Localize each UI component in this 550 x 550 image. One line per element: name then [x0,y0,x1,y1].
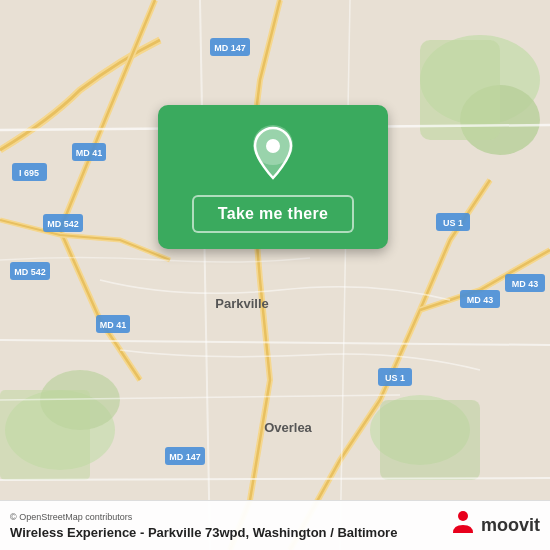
svg-point-40 [266,139,280,153]
svg-text:MD 43: MD 43 [467,295,494,305]
bottom-info: © OpenStreetMap contributors Wireless Ex… [10,512,449,540]
svg-text:MD 147: MD 147 [214,43,246,53]
moovit-text: moovit [481,515,540,536]
svg-rect-8 [380,400,480,480]
svg-text:Parkville: Parkville [215,296,269,311]
map-container: I 695 MD 41 MD 41 MD 542 MD 542 MD 147 M… [0,0,550,550]
svg-text:MD 41: MD 41 [100,320,127,330]
svg-text:Overlea: Overlea [264,420,312,435]
moovit-icon [449,509,477,542]
svg-text:MD 542: MD 542 [47,219,79,229]
svg-text:MD 542: MD 542 [14,267,46,277]
map-background: I 695 MD 41 MD 41 MD 542 MD 542 MD 147 M… [0,0,550,550]
moovit-logo: moovit [449,509,540,542]
svg-text:MD 41: MD 41 [76,148,103,158]
svg-text:MD 43: MD 43 [512,279,539,289]
location-title: Wireless Experience - Parkville 73wpd, W… [10,525,449,540]
location-card: Take me there [158,105,388,249]
map-attribution: © OpenStreetMap contributors [10,512,449,522]
pin-icon [248,123,298,183]
svg-text:MD 147: MD 147 [169,452,201,462]
svg-text:I 695: I 695 [19,168,39,178]
svg-point-41 [458,511,468,521]
moovit-person-icon [449,509,477,537]
svg-rect-6 [0,390,90,480]
svg-text:US 1: US 1 [443,218,463,228]
svg-text:US 1: US 1 [385,373,405,383]
take-me-there-button[interactable]: Take me there [192,195,354,233]
bottom-bar: © OpenStreetMap contributors Wireless Ex… [0,500,550,550]
